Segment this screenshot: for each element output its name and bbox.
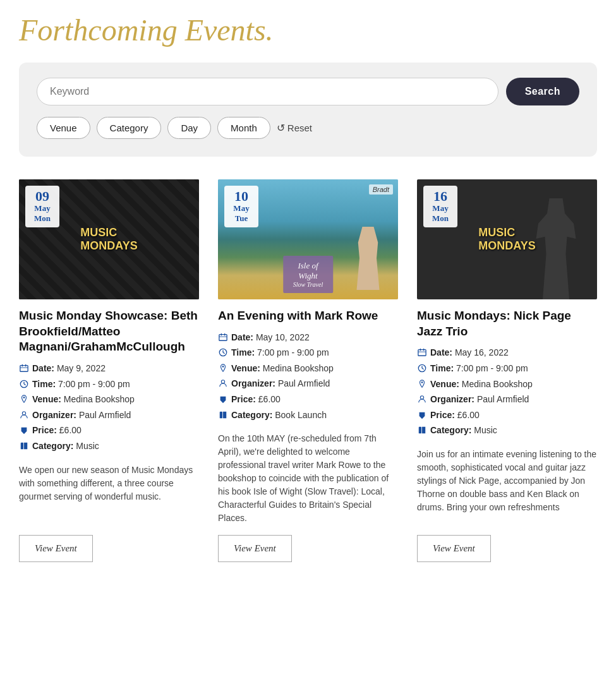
event-category-2: Category: Book Launch bbox=[218, 409, 398, 422]
svg-point-32 bbox=[420, 396, 423, 399]
price-icon-1 bbox=[19, 425, 29, 435]
event-date-3: Date: May 16, 2022 bbox=[417, 347, 597, 359]
category-icon-1 bbox=[19, 441, 29, 451]
event-price-2: Price: £6.00 bbox=[218, 393, 398, 406]
category-filter-button[interactable]: Category bbox=[97, 117, 162, 139]
search-input[interactable] bbox=[37, 78, 498, 105]
event-meta-3: Date: May 16, 2022 Time: 7:00 pm - 9:00 … bbox=[417, 347, 597, 440]
clock-icon-2 bbox=[218, 347, 228, 357]
event-time-2: Time: 7:00 pm - 9:00 pm bbox=[218, 347, 398, 359]
month-filter-button[interactable]: Month bbox=[217, 117, 270, 139]
event-card-1: MUSICMONDAYS 09 May Mon Music Monday Sho… bbox=[19, 179, 199, 562]
svg-point-7 bbox=[23, 397, 25, 399]
event-organizer-2: Organizer: Paul Armfield bbox=[218, 378, 398, 390]
svg-line-6 bbox=[24, 384, 26, 385]
calendar-icon bbox=[19, 363, 29, 373]
svg-marker-9 bbox=[21, 428, 27, 435]
calendar-icon-3 bbox=[417, 347, 427, 357]
date-badge-3: 16 May Mon bbox=[423, 186, 457, 227]
svg-rect-22 bbox=[220, 411, 222, 418]
location-icon-1 bbox=[19, 394, 29, 404]
event-image-1: MUSICMONDAYS 09 May Mon bbox=[19, 179, 199, 299]
svg-marker-21 bbox=[220, 397, 226, 404]
category-icon-2 bbox=[218, 410, 228, 420]
events-grid: MUSICMONDAYS 09 May Mon Music Monday Sho… bbox=[19, 179, 597, 562]
event-venue-1: Venue: Medina Bookshop bbox=[19, 393, 199, 406]
event-card-3: MUSICMONDAYS 16 May Mon Music Mondays: N… bbox=[417, 179, 597, 562]
search-row: Search bbox=[37, 78, 579, 105]
person-icon-3 bbox=[417, 394, 427, 404]
filter-row: Venue Category Day Month ↺ Reset bbox=[37, 117, 579, 139]
event-time-1: Time: 7:00 pm - 9:00 pm bbox=[19, 378, 199, 391]
svg-marker-33 bbox=[420, 412, 425, 419]
day-filter-button[interactable]: Day bbox=[167, 117, 211, 139]
location-icon-3 bbox=[417, 379, 427, 389]
date-badge-2: 10 May Tue bbox=[224, 186, 258, 227]
svg-marker-11 bbox=[24, 443, 27, 450]
page-title: Forthcoming Events. bbox=[19, 13, 597, 47]
svg-rect-10 bbox=[21, 443, 23, 450]
price-icon-3 bbox=[417, 410, 427, 420]
event-meta-1: Date: May 9, 2022 Time: 7:00 pm - 9:00 p… bbox=[19, 363, 199, 456]
clock-icon-1 bbox=[19, 379, 29, 389]
venue-filter-button[interactable]: Venue bbox=[37, 117, 90, 139]
svg-rect-12 bbox=[219, 334, 227, 340]
reset-icon: ↺ bbox=[277, 122, 285, 134]
event-date-1: Date: May 9, 2022 bbox=[19, 363, 199, 375]
clock-icon-3 bbox=[417, 363, 427, 373]
location-icon-2 bbox=[218, 363, 228, 373]
svg-point-19 bbox=[222, 366, 224, 368]
event-title-1: Music Monday Showcase: Beth Brookfield/M… bbox=[19, 308, 199, 355]
event-category-1: Category: Music bbox=[19, 440, 199, 453]
event-meta-2: Date: May 10, 2022 Time: 7:00 pm - 9:00 … bbox=[218, 332, 398, 425]
svg-line-30 bbox=[422, 368, 424, 369]
event-venue-2: Venue: Medina Bookshop bbox=[218, 363, 398, 375]
event-organizer-3: Organizer: Paul Armfield bbox=[417, 393, 597, 406]
date-badge-1: 09 May Mon bbox=[25, 186, 59, 227]
calendar-icon-2 bbox=[218, 332, 228, 342]
event-category-3: Category: Music bbox=[417, 424, 597, 437]
view-event-button-1[interactable]: View Event bbox=[19, 535, 93, 562]
svg-marker-23 bbox=[223, 411, 226, 418]
event-title-2: An Evening with Mark Rowe bbox=[218, 308, 398, 324]
reset-button[interactable]: ↺ Reset bbox=[277, 122, 312, 134]
svg-rect-24 bbox=[418, 350, 426, 356]
svg-line-18 bbox=[223, 352, 225, 354]
svg-rect-0 bbox=[20, 366, 28, 372]
svg-point-31 bbox=[421, 381, 423, 383]
svg-marker-35 bbox=[422, 427, 425, 434]
price-icon-2 bbox=[218, 394, 228, 404]
search-button[interactable]: Search bbox=[506, 78, 579, 105]
category-icon-3 bbox=[417, 425, 427, 435]
event-price-1: Price: £6.00 bbox=[19, 424, 199, 437]
event-date-2: Date: May 10, 2022 bbox=[218, 332, 398, 344]
event-price-3: Price: £6.00 bbox=[417, 409, 597, 422]
person-icon-1 bbox=[19, 410, 29, 420]
event-card-2: Isle of Wight Slow Travel Bradt 10 May T… bbox=[218, 179, 398, 562]
view-event-button-2[interactable]: View Event bbox=[218, 535, 292, 562]
event-title-3: Music Mondays: Nick Page Jazz Trio bbox=[417, 308, 597, 339]
event-description-2: On the 10th MAY (re-scheduled from 7th A… bbox=[218, 432, 398, 525]
event-image-3: MUSICMONDAYS 16 May Mon bbox=[417, 179, 597, 299]
event-venue-3: Venue: Medina Bookshop bbox=[417, 378, 597, 391]
view-event-button-3[interactable]: View Event bbox=[417, 535, 491, 562]
search-panel: Search Venue Category Day Month ↺ Reset bbox=[19, 63, 597, 157]
person-icon-2 bbox=[218, 378, 228, 388]
svg-rect-34 bbox=[419, 427, 421, 434]
event-time-3: Time: 7:00 pm - 9:00 pm bbox=[417, 363, 597, 375]
event-organizer-1: Organizer: Paul Armfield bbox=[19, 409, 199, 422]
event-image-2: Isle of Wight Slow Travel Bradt 10 May T… bbox=[218, 179, 398, 299]
svg-point-8 bbox=[22, 412, 25, 415]
svg-point-20 bbox=[221, 380, 224, 383]
event-description-3: Join us for an intimate evening listenin… bbox=[417, 448, 597, 525]
event-description-1: We open our new season of Music Mondays … bbox=[19, 464, 199, 525]
